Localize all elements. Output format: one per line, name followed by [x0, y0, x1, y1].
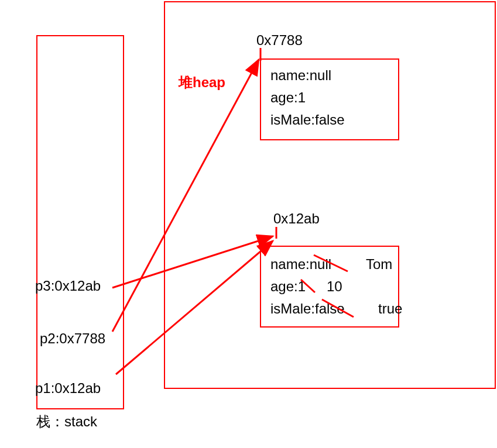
heap-obj2-line3: isMale:false [270, 301, 345, 317]
stack-p3: p3:0x12ab [35, 278, 101, 294]
heap-obj1-addr: 0x7788 [256, 32, 303, 49]
stack-p1: p1:0x12ab [35, 380, 101, 397]
heap-obj2-new-name: Tom [366, 256, 392, 273]
stack-label: 栈：stack [36, 412, 97, 431]
heap-obj2-line1: name:null [270, 256, 331, 273]
stack-p2: p2:0x7788 [40, 330, 105, 347]
heap-obj1-line1: name:null [270, 67, 331, 84]
stack-box [36, 35, 124, 409]
heap-obj1-line2: age:1 [270, 89, 306, 106]
heap-obj1-line3: isMale:false [270, 112, 345, 128]
heap-obj2-line2: age:1 [270, 278, 306, 295]
heap-obj2-new-ismale: true [378, 301, 402, 317]
heap-obj2-addr: 0x12ab [273, 211, 320, 227]
heap-obj2-new-age: 10 [327, 278, 342, 295]
heap-label: 堆heap [179, 73, 225, 92]
